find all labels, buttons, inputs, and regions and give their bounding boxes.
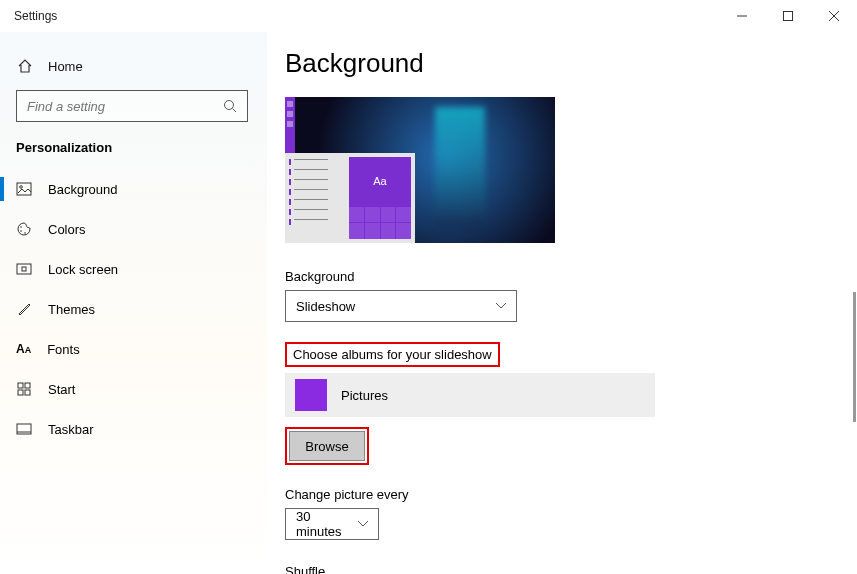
lock-icon — [16, 261, 32, 277]
sidebar-category: Personalization — [0, 132, 267, 169]
sidebar-home[interactable]: Home — [0, 46, 267, 86]
sidebar: Home Personalization Background Colors — [0, 32, 267, 574]
background-dropdown[interactable]: Slideshow — [285, 290, 517, 322]
search-icon — [223, 99, 237, 113]
scrollbar-thumb[interactable] — [853, 292, 856, 422]
annotation-highlight-browse: Browse — [285, 427, 369, 465]
home-icon — [16, 58, 34, 74]
change-interval-value: 30 minutes — [296, 509, 358, 539]
search-input-wrap[interactable] — [16, 90, 248, 122]
svg-rect-14 — [25, 383, 30, 388]
album-item[interactable]: Pictures — [285, 373, 655, 417]
sidebar-item-colors[interactable]: Colors — [0, 209, 267, 249]
sidebar-home-label: Home — [48, 59, 83, 74]
page-title: Background — [285, 48, 857, 79]
close-button[interactable] — [811, 0, 857, 32]
svg-rect-6 — [17, 183, 31, 195]
background-label: Background — [285, 269, 857, 284]
brush-icon — [16, 301, 32, 317]
taskbar-icon — [16, 421, 32, 437]
svg-point-10 — [24, 232, 26, 234]
change-picture-label: Change picture every — [285, 487, 857, 502]
start-icon — [16, 381, 32, 397]
sidebar-item-taskbar[interactable]: Taskbar — [0, 409, 267, 449]
change-interval-dropdown[interactable]: 30 minutes — [285, 508, 379, 540]
album-thumbnail — [295, 379, 327, 411]
svg-rect-13 — [18, 383, 23, 388]
svg-point-4 — [225, 101, 234, 110]
sidebar-item-label: Background — [48, 182, 117, 197]
svg-point-9 — [20, 230, 22, 232]
palette-icon — [16, 221, 32, 237]
browse-button[interactable]: Browse — [289, 431, 365, 461]
chevron-down-icon — [358, 521, 368, 527]
titlebar: Settings — [0, 0, 857, 32]
sidebar-item-label: Colors — [48, 222, 86, 237]
background-value: Slideshow — [296, 299, 355, 314]
desktop-preview: Aa — [285, 97, 555, 243]
minimize-button[interactable] — [719, 0, 765, 32]
window-controls — [719, 0, 857, 32]
preview-tile-text: Aa — [349, 157, 411, 206]
chevron-down-icon — [496, 303, 506, 309]
svg-point-7 — [20, 186, 23, 189]
scrollbar[interactable] — [845, 32, 857, 574]
search-input[interactable] — [27, 99, 217, 114]
image-icon — [16, 181, 32, 197]
sidebar-item-start[interactable]: Start — [0, 369, 267, 409]
preview-startmenu: Aa — [285, 153, 415, 243]
sidebar-item-label: Themes — [48, 302, 95, 317]
svg-rect-15 — [18, 390, 23, 395]
sidebar-item-label: Taskbar — [48, 422, 94, 437]
fonts-icon: AA — [16, 342, 31, 356]
svg-rect-12 — [22, 267, 26, 271]
sidebar-item-label: Start — [48, 382, 75, 397]
svg-rect-11 — [17, 264, 31, 274]
svg-point-8 — [20, 226, 22, 228]
sidebar-item-lockscreen[interactable]: Lock screen — [0, 249, 267, 289]
annotation-highlight-albums: Choose albums for your slideshow — [285, 342, 500, 367]
shuffle-label: Shuffle — [285, 564, 857, 574]
sidebar-item-label: Lock screen — [48, 262, 118, 277]
svg-rect-16 — [25, 390, 30, 395]
window-title: Settings — [14, 9, 57, 23]
svg-line-5 — [233, 109, 237, 113]
sidebar-item-themes[interactable]: Themes — [0, 289, 267, 329]
albums-label: Choose albums for your slideshow — [293, 347, 492, 362]
svg-rect-1 — [784, 12, 793, 21]
sidebar-item-label: Fonts — [47, 342, 80, 357]
album-name: Pictures — [341, 388, 388, 403]
sidebar-item-background[interactable]: Background — [0, 169, 267, 209]
content-area: Background Aa Background Slideshow — [267, 32, 857, 574]
maximize-button[interactable] — [765, 0, 811, 32]
sidebar-item-fonts[interactable]: AA Fonts — [0, 329, 267, 369]
